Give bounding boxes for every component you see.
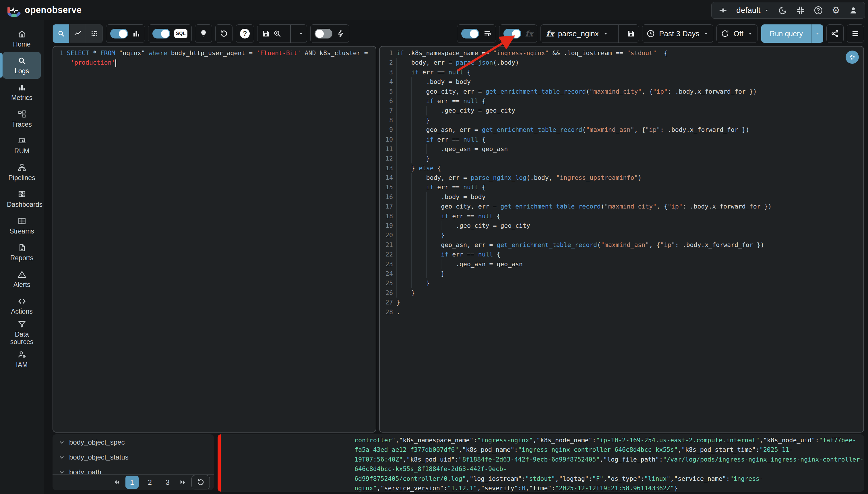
saved-views-caret-button[interactable] <box>295 31 307 37</box>
log-token: 646c8d4bcc-kx55s_8f1884fe-2d63-442f-9ecb… <box>355 465 507 473</box>
settings-gear-icon[interactable]: ⚙ <box>831 6 840 15</box>
code-token: null <box>478 212 493 220</box>
code-token: ( <box>586 88 590 95</box>
code-line: 4.body = body <box>380 77 863 87</box>
code-tokens: .body = body <box>426 77 471 87</box>
function-selector[interactable]: fx parse_nginx <box>541 29 613 38</box>
sidebar-item-label: Metrics <box>11 94 33 101</box>
sql-query-editor[interactable]: 1SELECT * FROM "nginx" where body_http_u… <box>53 46 376 433</box>
saved-views-button[interactable] <box>257 29 285 38</box>
code-line: 14body, err = parse_nginx_log(.body, "in… <box>380 173 863 183</box>
code-token: null <box>463 97 478 104</box>
sidebar-item-iam[interactable]: IAM <box>0 346 44 373</box>
log-token: , <box>678 446 682 453</box>
log-token: "logtag" <box>559 475 589 482</box>
menu-button[interactable] <box>847 24 864 43</box>
search-mode-button[interactable] <box>53 24 69 43</box>
indent-guide <box>411 192 426 202</box>
indent-guide <box>396 202 411 211</box>
logs-toolbar: SQL ? <box>53 24 864 43</box>
log-token: : <box>659 456 663 463</box>
auto-refresh-selector[interactable]: Off <box>716 24 757 43</box>
code-tokens: } <box>426 154 430 163</box>
indent-guide <box>396 183 411 192</box>
vrl-function-toggle[interactable] <box>504 29 521 38</box>
log-token: "k8s_node_name" <box>536 437 592 444</box>
fields-panel: body_object_spec body_object_status body… <box>53 434 214 490</box>
sidebar-item-rum[interactable]: RUM <box>0 132 44 159</box>
help-icon[interactable] <box>814 6 823 15</box>
page-button-2[interactable]: 2 <box>143 476 156 489</box>
sql-mode-toggle[interactable] <box>153 29 170 38</box>
log-token: "8f1884fe-2d63-442f-9ecb-6d99f8752405" <box>458 456 599 463</box>
ai-assistant-icon[interactable] <box>718 6 728 15</box>
sidebar-item-alerts[interactable]: Alerts <box>0 266 44 292</box>
suggestions-button[interactable] <box>195 24 212 43</box>
org-selector[interactable]: default <box>736 6 770 15</box>
time-range-selector[interactable]: Past 3 Days <box>642 24 713 43</box>
sidebar-item-label: Actions <box>11 308 33 315</box>
code-token: } <box>426 117 430 124</box>
sidebar-item-pipelines[interactable]: Pipelines <box>0 159 44 186</box>
chevron-down-icon <box>747 31 753 37</box>
log-text-line: 6d99f8752405/controller/0.log","log_iost… <box>355 474 858 483</box>
indent-guide <box>396 269 411 278</box>
code-tokens: geo_city, err = get_enrichment_table_rec… <box>426 87 757 96</box>
dark-mode-icon[interactable] <box>778 6 787 15</box>
document-icon <box>18 243 26 252</box>
code-token: body, err = <box>426 174 471 181</box>
field-row-body-path[interactable]: body_path <box>53 465 214 474</box>
run-query-caret-button[interactable] <box>811 24 823 43</box>
sidebar-item-home[interactable]: Home <box>0 25 44 52</box>
field-row-body-object-status[interactable]: body_object_status <box>53 450 214 465</box>
refresh-results-button[interactable] <box>192 475 210 489</box>
first-page-icon[interactable] <box>113 478 121 486</box>
run-query-button[interactable]: Run query <box>761 24 811 43</box>
log-token: "ingress-nginx" <box>477 437 533 444</box>
sidebar-item-dashboards[interactable]: Dashboards <box>0 186 44 212</box>
sidebar-item-logs[interactable]: Logs <box>3 52 41 79</box>
code-token: if <box>441 251 448 258</box>
sidebar-item-streams[interactable]: Streams <box>0 212 44 239</box>
share-button[interactable] <box>826 24 844 43</box>
sidebar-item-reports[interactable]: Reports <box>0 239 44 266</box>
log-token: "log_iostream" <box>470 475 521 482</box>
page-button-3[interactable]: 3 <box>161 476 174 489</box>
slack-icon[interactable] <box>796 6 805 15</box>
fx-ghost-icon: fx <box>525 29 533 38</box>
visualize-mode-button[interactable] <box>69 24 86 43</box>
account-icon[interactable] <box>849 6 858 15</box>
code-token: err == <box>448 212 478 220</box>
histogram-toggle[interactable] <box>110 29 128 38</box>
query-help-button[interactable]: ? <box>236 24 254 43</box>
indent-guide <box>411 250 426 259</box>
last-page-icon[interactable] <box>179 478 187 486</box>
expand-editor-button[interactable] <box>846 51 859 64</box>
field-row-body-object-spec[interactable]: body_object_spec <box>53 435 214 450</box>
code-token: .k8s_namespace_name == <box>404 50 493 57</box>
vrl-function-editor[interactable]: 1if .k8s_namespace_name == "ingress-ngin… <box>379 46 864 433</box>
wrap-lines-toggle-group <box>457 24 496 43</box>
page-button-1[interactable]: 1 <box>125 476 139 489</box>
code-token: null <box>478 251 493 258</box>
code-tokens: if err == null { <box>411 68 471 77</box>
sidebar-item-actions[interactable]: Actions <box>0 292 44 319</box>
patterns-mode-button[interactable] <box>86 24 102 43</box>
wrap-lines-toggle[interactable] <box>461 29 479 38</box>
log-token: : <box>444 484 448 492</box>
indent-guide <box>396 240 411 250</box>
log-token: , <box>403 456 407 463</box>
reset-query-button[interactable] <box>215 24 233 43</box>
code-token: "maxmind_city" <box>605 203 656 210</box>
indent-guide <box>396 211 411 221</box>
code-token: } <box>441 270 445 277</box>
sidebar-item-traces[interactable]: Traces <box>0 106 44 132</box>
save-function-button[interactable] <box>623 29 639 38</box>
quick-mode-toggle[interactable] <box>315 29 332 38</box>
openobserve-logo-icon <box>7 3 21 17</box>
sidebar-item-metrics[interactable]: Metrics <box>0 79 44 106</box>
log-entry-row[interactable]: controller","k8s_namespace_name":"ingres… <box>218 434 864 492</box>
sidebar-item-data-sources[interactable]: Data sources <box>0 319 44 346</box>
log-token: 6d99f8752405/controller/0.log" <box>355 475 466 482</box>
code-line: 15if err == null { <box>380 183 863 192</box>
